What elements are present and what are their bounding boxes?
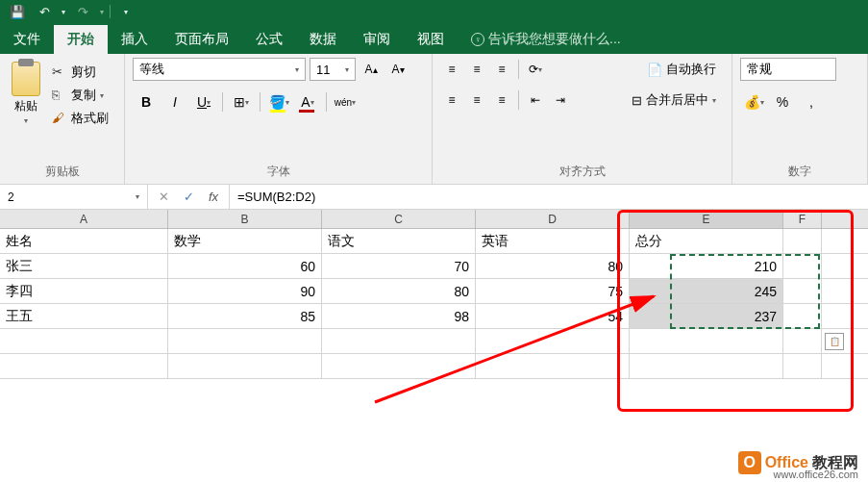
number-format-value: 常规 — [747, 61, 772, 78]
underline-button[interactable]: U ▾ — [190, 89, 217, 115]
separator — [326, 92, 327, 112]
cell[interactable]: 语文 — [322, 229, 476, 253]
cell[interactable] — [0, 329, 168, 353]
separator — [222, 92, 223, 112]
align-left-button[interactable]: ≡ — [440, 89, 463, 112]
wrap-text-button[interactable]: 📄 自动换行 — [639, 59, 724, 80]
align-bottom-button[interactable]: ≡ — [490, 58, 513, 81]
chevron-down-icon: ▾ — [712, 96, 716, 105]
decrease-indent-button[interactable]: ⇤ — [524, 89, 547, 112]
col-header-e[interactable]: E — [630, 210, 783, 228]
tab-insert[interactable]: 插入 — [108, 25, 161, 54]
cell[interactable] — [630, 354, 783, 378]
tell-me-label: 告诉我您想要做什么... — [488, 31, 621, 48]
cell[interactable]: 85 — [168, 304, 322, 328]
cut-button[interactable]: ✂ 剪切 — [48, 62, 112, 83]
tab-formulas[interactable]: 公式 — [242, 25, 296, 54]
cell[interactable]: 210 — [630, 254, 783, 278]
undo-dropdown-icon[interactable]: ▾ — [58, 2, 69, 21]
save-icon[interactable]: 💾 — [4, 2, 31, 21]
font-color-button[interactable]: A▾ — [294, 89, 321, 115]
cell[interactable]: 总分 — [630, 229, 783, 253]
redo-icon[interactable]: ↷ — [69, 2, 96, 21]
cell[interactable] — [783, 304, 822, 328]
shrink-font-button[interactable]: A▾ — [386, 58, 409, 81]
cell[interactable] — [783, 229, 822, 253]
comma-button[interactable]: , — [798, 89, 825, 115]
col-header-a[interactable]: A — [0, 210, 168, 228]
cell[interactable] — [783, 354, 822, 378]
orientation-button[interactable]: ⟳ ▾ — [524, 58, 547, 81]
customize-qat-icon[interactable]: ▾ — [112, 2, 139, 21]
cell[interactable]: 数学 — [168, 229, 322, 253]
merge-center-button[interactable]: ⊟ 合并后居中 ▾ — [624, 89, 724, 111]
cell[interactable] — [476, 354, 630, 378]
cell[interactable] — [168, 354, 322, 378]
cell[interactable]: 80 — [476, 254, 630, 278]
paste-options-icon[interactable]: 📋 — [825, 333, 844, 350]
bold-button[interactable]: B — [133, 89, 160, 115]
cell[interactable]: 姓名 — [0, 229, 168, 253]
cell[interactable] — [322, 354, 476, 378]
percent-button[interactable]: % — [769, 89, 796, 115]
align-middle-button[interactable]: ≡ — [465, 58, 488, 81]
fill-color-button[interactable]: 🪣▾ — [265, 89, 292, 115]
cell[interactable]: 54 — [476, 304, 630, 328]
format-painter-button[interactable]: 🖌 格式刷 — [48, 108, 112, 129]
col-header-c[interactable]: C — [322, 210, 476, 228]
cell[interactable]: 237 — [630, 304, 783, 328]
col-header-f[interactable]: F — [783, 210, 822, 228]
cell[interactable]: 60 — [168, 254, 322, 278]
cell[interactable] — [476, 329, 630, 353]
tell-me[interactable]: ♀ 告诉我您想要做什么... — [458, 25, 634, 54]
fx-button[interactable]: fx — [202, 188, 225, 207]
cell[interactable] — [630, 329, 783, 353]
cell[interactable]: 张三 — [0, 254, 168, 278]
font-size-select[interactable]: 11 ▾ — [310, 58, 356, 81]
cell[interactable] — [168, 329, 322, 353]
enter-button[interactable]: ✓ — [177, 188, 200, 207]
paste-button[interactable]: 粘贴 ▾ — [8, 58, 44, 129]
col-header-b[interactable]: B — [168, 210, 322, 228]
increase-indent-button[interactable]: ⇥ — [549, 89, 572, 112]
col-header-d[interactable]: D — [476, 210, 630, 228]
align-right-button[interactable]: ≡ — [490, 89, 513, 112]
cell[interactable]: 李四 — [0, 279, 168, 303]
borders-button[interactable]: ⊞ ▾ — [228, 89, 255, 115]
currency-button[interactable]: 💰▾ — [740, 89, 767, 115]
cell[interactable]: 245 — [630, 279, 783, 303]
cell[interactable]: 英语 — [476, 229, 630, 253]
cell[interactable] — [783, 254, 822, 278]
cell[interactable] — [783, 329, 822, 353]
separator — [518, 90, 519, 110]
redo-dropdown-icon[interactable]: ▾ — [96, 2, 108, 21]
grow-font-button[interactable]: A▴ — [360, 58, 383, 81]
name-box[interactable]: 2 ▾ — [0, 185, 148, 209]
number-format-select[interactable]: 常规 — [740, 58, 836, 81]
cell[interactable]: 75 — [476, 279, 630, 303]
align-top-button[interactable]: ≡ — [440, 58, 463, 81]
cell[interactable]: 98 — [322, 304, 476, 328]
tab-home[interactable]: 开始 — [54, 25, 108, 54]
italic-button[interactable]: I — [161, 89, 188, 115]
chevron-down-icon: ▾ — [100, 91, 104, 100]
tab-view[interactable]: 视图 — [404, 25, 458, 54]
formula-input[interactable]: =SUM(B2:D2) — [230, 188, 868, 206]
cell[interactable] — [322, 329, 476, 353]
tab-data[interactable]: 数据 — [296, 25, 350, 54]
cell[interactable] — [0, 354, 168, 378]
font-name-select[interactable]: 等线 ▾ — [133, 58, 306, 81]
undo-icon[interactable]: ↶ — [31, 2, 58, 21]
cell[interactable]: 90 — [168, 279, 322, 303]
cell[interactable]: 王五 — [0, 304, 168, 328]
tab-file[interactable]: 文件 — [0, 25, 54, 54]
cell[interactable] — [783, 279, 822, 303]
cell[interactable]: 80 — [322, 279, 476, 303]
tab-pagelayout[interactable]: 页面布局 — [161, 25, 242, 54]
cancel-button[interactable]: ✕ — [152, 188, 175, 207]
cell[interactable]: 70 — [322, 254, 476, 278]
align-center-button[interactable]: ≡ — [465, 89, 488, 112]
phonetic-button[interactable]: wén ▾ — [332, 89, 359, 115]
copy-button[interactable]: ⎘ 复制 ▾ — [48, 85, 112, 106]
tab-review[interactable]: 审阅 — [350, 25, 404, 54]
